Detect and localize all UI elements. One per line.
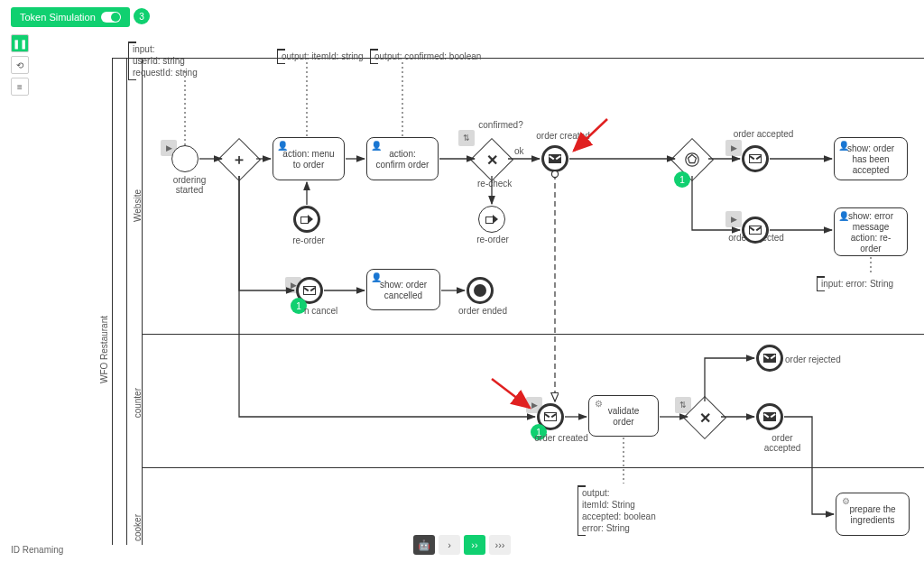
- task-prepare-ingredients[interactable]: ⚙ prepare the ingredients: [836, 493, 910, 536]
- service-task-icon: ⚙: [593, 399, 604, 410]
- link-catch-reorder[interactable]: [293, 206, 320, 233]
- throw-order-created[interactable]: [541, 145, 568, 172]
- log-button[interactable]: ≡: [11, 78, 29, 96]
- id-renaming-label: ID Renaming: [11, 545, 63, 555]
- annotation-input-error: input: error: String: [817, 276, 897, 291]
- toggle-icon: [101, 12, 121, 23]
- user-task-icon: 👤: [277, 141, 288, 152]
- event-label-order-accepted-c: order accepted: [753, 433, 812, 453]
- flow-label-recheck: re-check: [477, 179, 512, 189]
- pool-label: WFO Restaurant: [99, 316, 109, 383]
- svg-marker-1: [688, 155, 697, 163]
- flow-label-ok: ok: [514, 146, 524, 156]
- message-icon: [763, 412, 776, 421]
- event-label-order-accepted: order accepted: [732, 129, 795, 139]
- token-simulation-label: Token Simulation: [20, 12, 96, 23]
- gateway-label-confirmed: confirmed?: [474, 120, 528, 130]
- trigger-button[interactable]: ⇅: [458, 130, 475, 146]
- message-icon: [549, 154, 561, 163]
- message-icon: [749, 226, 762, 235]
- pause-button[interactable]: ❚❚: [11, 34, 29, 52]
- link-catch-label: re-order: [289, 235, 328, 245]
- end-event-order-ended[interactable]: [467, 277, 494, 304]
- user-task-icon: 👤: [371, 272, 382, 283]
- user-task-icon: 👤: [371, 141, 382, 152]
- user-task-icon: 👤: [838, 211, 849, 222]
- event-label-order-created-c: order created: [534, 433, 588, 443]
- start-event[interactable]: [171, 145, 199, 172]
- task-show-error[interactable]: 👤 show: error message action: re-order: [834, 207, 908, 256]
- annotation-output-item: output: itemId: string: [277, 49, 367, 64]
- task-confirm-order[interactable]: 👤 action: confirm order: [366, 137, 439, 180]
- diagram-canvas[interactable]: [0, 0, 924, 562]
- token-badge: 1: [674, 171, 690, 188]
- task-validate-order[interactable]: ⚙ validate order: [588, 395, 659, 437]
- task-show-accepted[interactable]: 👤 show: order has been accepted: [834, 137, 908, 180]
- token-simulation-toggle[interactable]: Token Simulation: [11, 7, 130, 27]
- event-label-on-cancel: n cancel: [304, 306, 337, 316]
- annotation-output-validate: output: itemId: String accepted: boolean…: [578, 485, 660, 536]
- simulation-count-badge: 3: [134, 8, 150, 24]
- throw-order-rejected[interactable]: [756, 345, 783, 372]
- event-label-order-ended: order ended: [457, 306, 508, 316]
- nav-robot[interactable]: 🤖: [413, 535, 435, 555]
- event-label-order-rejected-c: order rejected: [785, 355, 841, 364]
- catch-order-accepted[interactable]: [742, 145, 769, 172]
- event-label-order-created: order created: [531, 131, 595, 141]
- message-icon: [763, 354, 776, 363]
- nav-next[interactable]: ›: [439, 535, 460, 555]
- nav-ff[interactable]: ››: [464, 535, 485, 555]
- link-throw-label: re-order: [473, 235, 513, 244]
- task-menu-to-order[interactable]: 👤 action: menu to order: [273, 137, 345, 180]
- message-icon: [544, 412, 557, 421]
- trigger-button[interactable]: ▶: [725, 140, 742, 156]
- annotation-input: input: userId: string requestId: string: [128, 41, 201, 80]
- task-show-cancelled[interactable]: 👤 show: order cancelled: [366, 269, 440, 310]
- service-task-icon: ⚙: [840, 496, 851, 507]
- message-icon: [303, 286, 316, 295]
- nav-fff[interactable]: ›››: [489, 535, 511, 555]
- reset-button[interactable]: ⟲: [11, 56, 29, 74]
- annotation-output-confirmed: output: confirmed: boolean: [370, 49, 485, 64]
- user-task-icon: 👤: [838, 141, 849, 152]
- throw-order-accepted[interactable]: [756, 403, 783, 430]
- link-throw-reorder[interactable]: [478, 206, 505, 233]
- message-icon: [749, 154, 762, 163]
- trigger-button[interactable]: ▶: [725, 211, 742, 227]
- bottom-navigation: 🤖 › ›› ›››: [413, 535, 511, 555]
- start-event-label: ordering started: [158, 175, 221, 195]
- catch-order-rejected[interactable]: [742, 217, 769, 244]
